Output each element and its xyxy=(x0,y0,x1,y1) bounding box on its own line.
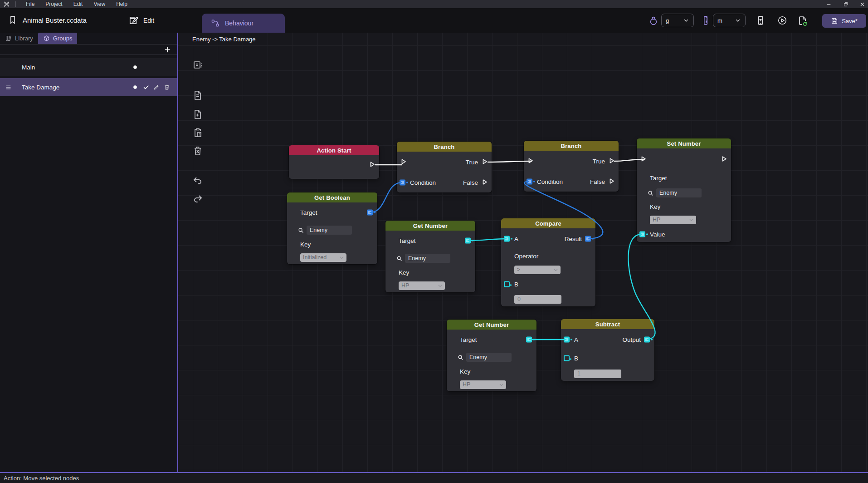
exec-port[interactable] xyxy=(609,178,615,185)
menu-help[interactable]: Help xyxy=(111,1,133,7)
edit-button[interactable]: Edit xyxy=(128,15,154,25)
data-port[interactable] xyxy=(465,238,471,244)
data-port[interactable] xyxy=(564,355,570,361)
port-label: False xyxy=(463,179,478,186)
field-label: Operator xyxy=(514,253,538,260)
group-item-main[interactable]: Main xyxy=(0,58,177,76)
target-search[interactable]: Enemy xyxy=(297,226,352,235)
window-controls xyxy=(826,0,865,8)
node-get-number[interactable]: Get NumberTargetEnemyKeyHP xyxy=(447,320,536,391)
node-branch[interactable]: BranchTrueConditionFalse xyxy=(524,141,619,192)
port-label: A xyxy=(574,336,578,343)
data-port[interactable] xyxy=(504,281,510,287)
exec-port[interactable] xyxy=(527,158,534,165)
data-port[interactable] xyxy=(400,180,405,186)
enabled-dot-icon[interactable] xyxy=(132,64,138,70)
save-button[interactable]: Save* xyxy=(822,14,866,28)
port-label: A xyxy=(514,236,518,242)
menu-project[interactable]: Project xyxy=(40,1,68,7)
exec-port[interactable] xyxy=(482,158,488,166)
save-label: Save* xyxy=(842,18,858,25)
number-input[interactable]: 0 xyxy=(514,295,561,304)
node-set-number[interactable]: Set NumberTargetEnemyKeyHPValue xyxy=(637,138,731,242)
tab-behaviour[interactable]: Behaviour xyxy=(202,14,285,33)
node-action-start[interactable]: Action Start xyxy=(289,145,379,179)
node-subtract[interactable]: SubtractAOutputB1 xyxy=(561,319,654,381)
exec-port[interactable] xyxy=(609,158,615,165)
add-group-button[interactable] xyxy=(164,46,171,54)
port-label: True xyxy=(593,158,605,165)
play-icon[interactable] xyxy=(777,15,787,25)
node-get-number[interactable]: Get NumberTargetEnemyKeyHP xyxy=(385,221,475,292)
data-port[interactable] xyxy=(639,232,645,237)
data-port[interactable] xyxy=(585,236,591,242)
target-value[interactable]: Enemy xyxy=(466,353,512,362)
exec-port[interactable] xyxy=(482,179,488,186)
chevron-down-icon xyxy=(437,283,443,289)
save-sync-icon[interactable] xyxy=(797,15,808,26)
data-port[interactable] xyxy=(367,210,373,216)
key-dropdown[interactable]: HP xyxy=(399,281,445,290)
node-compare[interactable]: CompareAResultOperator>B0 xyxy=(501,218,595,306)
exec-port[interactable] xyxy=(721,156,727,163)
target-search[interactable]: Enemy xyxy=(457,353,512,362)
data-port[interactable] xyxy=(644,337,650,343)
data-port[interactable] xyxy=(526,337,532,343)
rename-pencil-icon[interactable] xyxy=(153,84,160,90)
device-preview-icon[interactable] xyxy=(756,15,766,25)
key-dropdown[interactable]: HP xyxy=(460,380,506,389)
enabled-dot-icon[interactable] xyxy=(132,84,138,90)
exec-port[interactable] xyxy=(400,158,407,166)
groups-cube-icon xyxy=(43,35,50,42)
drag-handle-icon[interactable] xyxy=(5,84,12,90)
delete-trash-icon[interactable] xyxy=(164,84,170,90)
field-label: Target xyxy=(460,336,477,343)
node-title: Get Boolean xyxy=(287,192,377,202)
minimize-icon[interactable] xyxy=(826,1,832,7)
node-title: Get Number xyxy=(385,221,475,231)
maximize-icon[interactable] xyxy=(843,1,848,7)
tab-groups[interactable]: Groups xyxy=(38,33,78,44)
field-label: Key xyxy=(300,241,311,248)
menu-edit[interactable]: Edit xyxy=(68,1,88,7)
key-dropdown[interactable]: > xyxy=(514,266,561,274)
check-icon[interactable] xyxy=(143,84,149,90)
port-label: B xyxy=(574,355,578,362)
node-title: Get Number xyxy=(447,320,536,330)
node-branch[interactable]: BranchTrueConditionFalse xyxy=(397,142,492,192)
data-port[interactable] xyxy=(527,179,532,185)
node-title: Set Number xyxy=(637,138,731,148)
data-port[interactable] xyxy=(504,236,510,242)
field-label: Target xyxy=(650,175,667,182)
data-port[interactable] xyxy=(564,337,570,343)
exec-port[interactable] xyxy=(640,156,647,163)
close-icon[interactable] xyxy=(859,1,865,7)
library-icon xyxy=(5,35,12,42)
number-input[interactable]: 1 xyxy=(574,370,621,378)
target-value[interactable]: Enemy xyxy=(307,226,352,235)
node-title: Action Start xyxy=(289,145,379,155)
search-icon xyxy=(396,255,403,262)
file-name: Animal Buster.ccdata xyxy=(23,16,87,24)
file-chip: Animal Buster.ccdata xyxy=(8,15,87,25)
key-dropdown[interactable]: Initialized xyxy=(300,253,346,262)
key-dropdown[interactable]: HP xyxy=(650,216,696,224)
target-value[interactable]: Enemy xyxy=(656,188,702,197)
target-search[interactable]: Enemy xyxy=(647,188,702,197)
status-text: Action: Move selected nodes xyxy=(4,475,79,482)
port-label: False xyxy=(590,178,605,185)
exec-port[interactable] xyxy=(369,161,375,168)
menu-bar: File Project Edit View Help xyxy=(0,0,868,8)
target-value[interactable]: Enemy xyxy=(405,254,450,263)
behaviour-tab-label: Behaviour xyxy=(225,20,254,27)
menu-file[interactable]: File xyxy=(20,1,40,7)
target-search[interactable]: Enemy xyxy=(396,254,450,263)
tab-library[interactable]: Library xyxy=(0,33,38,44)
group-item-take-damage[interactable]: Take Damage xyxy=(0,78,177,96)
weight-unit-dropdown[interactable]: g xyxy=(661,14,694,27)
node-get-boolean[interactable]: Get BooleanTargetEnemyKeyInitialized xyxy=(287,192,377,264)
port-label: Output xyxy=(622,336,641,343)
menu-view[interactable]: View xyxy=(88,1,111,7)
status-bar: Action: Move selected nodes xyxy=(0,472,868,483)
length-unit-dropdown[interactable]: m xyxy=(713,14,746,27)
